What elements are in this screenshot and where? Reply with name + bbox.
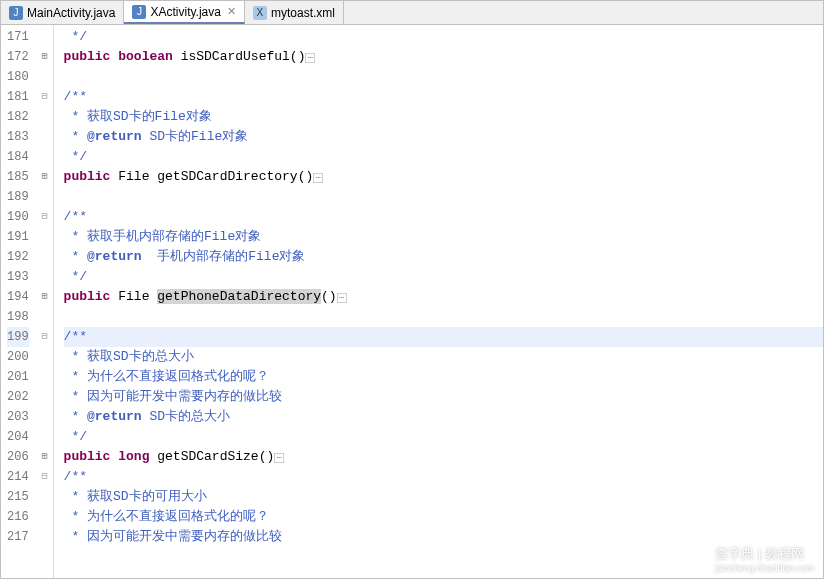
tab-label: mytoast.xml [271, 6, 335, 20]
code-content[interactable]: */public boolean isSDCardUseful()⋯/** * … [54, 25, 823, 578]
code-line[interactable]: * @return SD卡的总大小 [64, 407, 823, 427]
fold-spacer [37, 427, 53, 447]
fold-placeholder-icon[interactable]: ⋯ [274, 453, 284, 463]
tab-mainactivity[interactable]: J MainActivity.java [1, 1, 124, 24]
line-number: 202 [7, 387, 29, 407]
code-line[interactable]: * 获取SD卡的总大小 [64, 347, 823, 367]
line-number: 194 [7, 287, 29, 307]
code-line[interactable]: */ [64, 267, 823, 287]
code-line[interactable]: /** [64, 467, 823, 487]
line-number: 185 [7, 167, 29, 187]
code-line[interactable]: */ [64, 427, 823, 447]
code-line[interactable]: */ [64, 147, 823, 167]
tab-mytoast[interactable]: X mytoast.xml [245, 1, 344, 24]
code-line[interactable]: public File getSDCardDirectory()⋯ [64, 167, 823, 187]
fold-spacer [37, 187, 53, 207]
code-line[interactable] [64, 67, 823, 87]
xml-file-icon: X [253, 6, 267, 20]
line-number: 180 [7, 67, 29, 87]
fold-spacer [37, 407, 53, 427]
watermark: 查字典 | 教程网 jiaocheng.chazidian.com [715, 545, 814, 573]
fold-spacer [37, 527, 53, 547]
code-line[interactable]: * 因为可能开发中需要内存的做比较 [64, 527, 823, 547]
fold-collapsed-icon[interactable] [37, 167, 53, 187]
fold-marker-column [37, 25, 53, 578]
code-line[interactable]: * 为什么不直接返回格式化的呢？ [64, 367, 823, 387]
tab-xactivity[interactable]: J XActivity.java ✕ [124, 1, 244, 24]
line-number: 201 [7, 367, 29, 387]
fold-placeholder-icon[interactable]: ⋯ [305, 53, 315, 63]
fold-spacer [37, 307, 53, 327]
code-line[interactable]: public boolean isSDCardUseful()⋯ [64, 47, 823, 67]
code-line[interactable]: * 获取SD卡的File对象 [64, 107, 823, 127]
java-file-icon: J [132, 5, 146, 19]
code-line[interactable] [64, 307, 823, 327]
line-number: 191 [7, 227, 29, 247]
line-number: 200 [7, 347, 29, 367]
fold-spacer [37, 507, 53, 527]
code-line[interactable]: * 为什么不直接返回格式化的呢？ [64, 507, 823, 527]
fold-collapsed-icon[interactable] [37, 447, 53, 467]
line-number: 190 [7, 207, 29, 227]
editor-gutter: 1711721801811821831841851891901911921931… [1, 25, 54, 578]
editor-area: 1711721801811821831841851891901911921931… [1, 25, 823, 578]
line-number: 184 [7, 147, 29, 167]
code-line[interactable] [64, 187, 823, 207]
line-number: 181 [7, 87, 29, 107]
fold-spacer [37, 267, 53, 287]
fold-collapsed-icon[interactable] [37, 287, 53, 307]
line-number: 183 [7, 127, 29, 147]
line-number-column: 1711721801811821831841851891901911921931… [1, 25, 37, 578]
code-line[interactable]: */ [64, 27, 823, 47]
code-line[interactable]: /** [64, 207, 823, 227]
tab-label: XActivity.java [150, 5, 220, 19]
code-line[interactable]: * 因为可能开发中需要内存的做比较 [64, 387, 823, 407]
fold-spacer [37, 487, 53, 507]
line-number: 193 [7, 267, 29, 287]
fold-spacer [37, 227, 53, 247]
code-line[interactable]: * 获取SD卡的可用大小 [64, 487, 823, 507]
fold-spacer [37, 347, 53, 367]
line-number: 216 [7, 507, 29, 527]
line-number: 214 [7, 467, 29, 487]
fold-spacer [37, 247, 53, 267]
close-icon[interactable]: ✕ [227, 5, 236, 18]
code-line[interactable]: /** [64, 327, 823, 347]
java-file-icon: J [9, 6, 23, 20]
line-number: 172 [7, 47, 29, 67]
fold-spacer [37, 367, 53, 387]
line-number: 171 [7, 27, 29, 47]
fold-expanded-icon[interactable] [37, 467, 53, 487]
editor-tab-bar: J MainActivity.java J XActivity.java ✕ X… [1, 1, 823, 25]
fold-spacer [37, 67, 53, 87]
fold-placeholder-icon[interactable]: ⋯ [337, 293, 347, 303]
code-line[interactable]: public File getPhoneDataDirectory()⋯ [64, 287, 823, 307]
code-line[interactable]: * 获取手机内部存储的File对象 [64, 227, 823, 247]
line-number: 199 [7, 327, 29, 347]
fold-spacer [37, 147, 53, 167]
watermark-url: jiaocheng.chazidian.com [715, 563, 814, 573]
watermark-text: 查字典 | 教程网 [715, 546, 804, 561]
code-line[interactable]: * @return SD卡的File对象 [64, 127, 823, 147]
fold-spacer [37, 387, 53, 407]
fold-expanded-icon[interactable] [37, 207, 53, 227]
code-line[interactable]: * @return 手机内部存储的File对象 [64, 247, 823, 267]
fold-placeholder-icon[interactable]: ⋯ [313, 173, 323, 183]
code-line[interactable]: /** [64, 87, 823, 107]
line-number: 215 [7, 487, 29, 507]
line-number: 192 [7, 247, 29, 267]
fold-expanded-icon[interactable] [37, 327, 53, 347]
fold-spacer [37, 27, 53, 47]
line-number: 206 [7, 447, 29, 467]
line-number: 198 [7, 307, 29, 327]
fold-spacer [37, 107, 53, 127]
fold-spacer [37, 127, 53, 147]
fold-collapsed-icon[interactable] [37, 47, 53, 67]
code-line[interactable]: public long getSDCardSize()⋯ [64, 447, 823, 467]
fold-expanded-icon[interactable] [37, 87, 53, 107]
line-number: 217 [7, 527, 29, 547]
tab-label: MainActivity.java [27, 6, 115, 20]
line-number: 182 [7, 107, 29, 127]
line-number: 203 [7, 407, 29, 427]
line-number: 204 [7, 427, 29, 447]
